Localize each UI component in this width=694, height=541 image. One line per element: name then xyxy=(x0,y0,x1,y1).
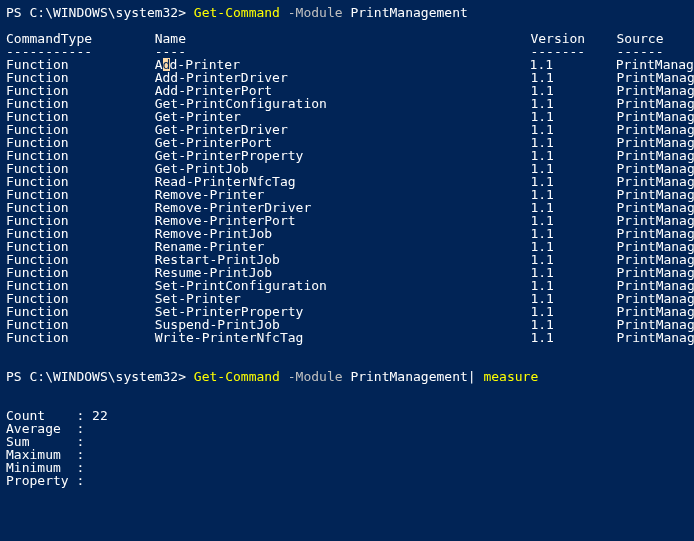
param-value: PrintManagement xyxy=(343,5,468,20)
cmdlet-measure: measure xyxy=(476,369,539,384)
command-line-2[interactable]: PS C:\WINDOWS\system32> Get-Command -Mod… xyxy=(6,370,688,383)
stat-average: Average : xyxy=(6,422,688,435)
param-module: -Module xyxy=(280,369,343,384)
param-module: -Module xyxy=(280,5,343,20)
cmdlet-get-command: Get-Command xyxy=(194,5,280,20)
stat-property-label: Property : xyxy=(6,473,84,488)
version: 1.1 xyxy=(530,330,616,345)
stat-maximum: Maximum : xyxy=(6,448,688,461)
powershell-terminal[interactable]: PS C:\WINDOWS\system32> Get-Command -Mod… xyxy=(6,6,688,487)
command-line-1[interactable]: PS C:\WINDOWS\system32> Get-Command -Mod… xyxy=(6,6,688,19)
command-type: Function xyxy=(6,330,155,345)
pipe-operator: | xyxy=(468,369,476,384)
stat-minimum: Minimum : xyxy=(6,461,688,474)
prompt-path: PS C:\WINDOWS\system32> xyxy=(6,369,194,384)
stat-count: Count : 22 xyxy=(6,409,688,422)
stat-property: Property : xyxy=(6,474,688,487)
prompt-path: PS C:\WINDOWS\system32> xyxy=(6,5,194,20)
param-value: PrintManagement xyxy=(343,369,468,384)
table-row: Function Write-PrinterNfcTag 1.1 PrintMa… xyxy=(6,331,688,344)
stat-sum: Sum : xyxy=(6,435,688,448)
source: PrintManagement xyxy=(617,330,695,345)
function-name: Write-PrinterNfcTag xyxy=(155,330,531,345)
stat-count-value: 22 xyxy=(84,408,107,423)
cmdlet-get-command: Get-Command xyxy=(194,369,280,384)
